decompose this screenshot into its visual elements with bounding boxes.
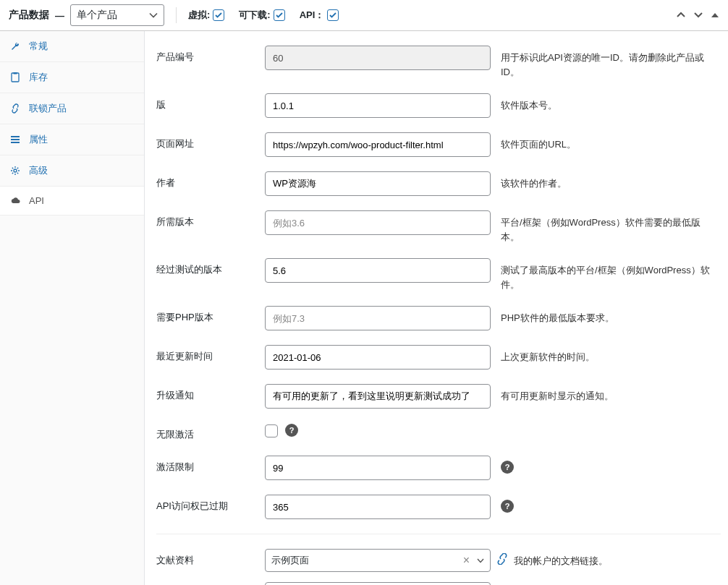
- sidebar-item-advanced[interactable]: 高级: [0, 155, 144, 187]
- sidebar-label: 高级: [29, 164, 48, 177]
- clear-icon[interactable]: ×: [463, 554, 470, 567]
- chevron-down-icon[interactable]: [693, 12, 703, 19]
- label-author: 作者: [156, 171, 265, 189]
- sidebar-item-api[interactable]: API: [0, 187, 144, 215]
- help-icon[interactable]: ?: [285, 424, 298, 437]
- sidebar-item-general[interactable]: 常规: [0, 31, 144, 62]
- link-icon[interactable]: [496, 553, 508, 565]
- label-php-version: 需要PHP版本: [156, 306, 265, 324]
- row-product-id: 产品编号 用于标识此API资源的唯一ID。请勿删除此产品或ID。: [156, 46, 721, 79]
- chevron-down-icon: [477, 558, 484, 563]
- help-tested-version: 测试了最高版本的平台/框架（例如WordPress）软件。: [501, 258, 718, 291]
- help-last-updated: 上次更新软件的时间。: [501, 345, 595, 364]
- panel-toggles: [676, 12, 719, 19]
- checkbox-unlimited-activation[interactable]: [265, 424, 278, 437]
- row-unlimited-activation: 无限激活 ?: [156, 423, 721, 441]
- help-version: 软件版本号。: [501, 93, 557, 113]
- row-upgrade-notice: 升级通知 有可用更新时显示的通知。: [156, 384, 721, 409]
- label-required-version: 所需版本: [156, 210, 265, 229]
- row-description: 描述 示例页面 × 软件说明。: [156, 582, 721, 585]
- section-divider: [156, 534, 721, 534]
- product-type-select[interactable]: 单个产品: [70, 4, 164, 26]
- panel-title: 产品数据: [9, 9, 49, 22]
- svg-rect-1: [14, 72, 17, 74]
- chevron-up-icon[interactable]: [676, 12, 686, 19]
- title-dash: —: [55, 10, 64, 21]
- label-activation-limit: 激活限制: [156, 456, 265, 474]
- row-tested-version: 经过测试的版本 测试了最高版本的平台/框架（例如WordPress）软件。: [156, 258, 721, 291]
- input-upgrade-notice[interactable]: [265, 384, 491, 409]
- chevron-down-icon: [149, 12, 158, 18]
- help-required-version: 平台/框架（例如WordPress）软件需要的最低版本。: [501, 210, 718, 244]
- downloadable-checkbox-label[interactable]: 可下载:: [239, 9, 284, 22]
- downloadable-checkbox[interactable]: [274, 9, 285, 21]
- input-activation-limit[interactable]: [265, 456, 491, 480]
- svg-rect-0: [12, 73, 19, 82]
- help-icon[interactable]: ?: [501, 461, 514, 474]
- clipboard-icon: [10, 72, 22, 82]
- label-upgrade-notice: 升级通知: [156, 384, 265, 402]
- row-version: 版 软件版本号。: [156, 93, 721, 118]
- list-icon: [10, 134, 22, 145]
- help-description: 软件说明。: [514, 582, 561, 585]
- row-required-version: 所需版本 平台/框架（例如WordPress）软件需要的最低版本。: [156, 210, 721, 244]
- label-last-updated: 最近更新时间: [156, 345, 265, 363]
- svg-rect-4: [11, 142, 20, 143]
- input-version[interactable]: [265, 93, 491, 118]
- label-description: 描述: [156, 582, 265, 585]
- help-page-url: 软件页面的URL。: [501, 132, 576, 152]
- input-last-updated[interactable]: [265, 345, 491, 370]
- input-tested-version[interactable]: [265, 258, 491, 283]
- virtual-checkbox-label[interactable]: 虚拟:: [188, 9, 224, 22]
- help-author: 该软件的作者。: [501, 171, 567, 191]
- product-data-header: 产品数据 — 单个产品 虚拟: 可下载: API：: [0, 0, 728, 31]
- link-icon: [10, 103, 22, 114]
- sidebar-label: API: [29, 195, 44, 206]
- select-description[interactable]: 示例页面 ×: [265, 582, 491, 585]
- api-checkbox-label[interactable]: API：: [300, 9, 339, 22]
- sidebar-item-inventory[interactable]: 库存: [0, 62, 144, 93]
- label-api-expire: API访问权已过期: [156, 495, 265, 513]
- help-php-version: PHP软件的最低版本要求。: [501, 306, 614, 325]
- row-activation-limit: 激活限制 ?: [156, 456, 721, 480]
- row-documentation: 文献资料 示例页面 × 我的帐户的文档链接。: [156, 549, 721, 572]
- row-author: 作者 该软件的作者。: [156, 171, 721, 196]
- product-type-value: 单个产品: [77, 9, 117, 22]
- help-product-id: 用于标识此API资源的唯一ID。请勿删除此产品或ID。: [501, 46, 718, 79]
- svg-rect-2: [11, 136, 20, 137]
- input-product-id[interactable]: [265, 46, 491, 70]
- select-value: 示例页面: [271, 554, 309, 567]
- api-label: API：: [300, 9, 325, 22]
- help-upgrade-notice: 有可用更新时显示的通知。: [501, 384, 614, 403]
- virtual-checkbox[interactable]: [213, 9, 224, 21]
- label-product-id: 产品编号: [156, 46, 265, 64]
- row-last-updated: 最近更新时间 上次更新软件的时间。: [156, 345, 721, 370]
- header-checkbox-group: 虚拟: 可下载: API：: [188, 9, 339, 22]
- row-php-version: 需要PHP版本 PHP软件的最低版本要求。: [156, 306, 721, 330]
- select-documentation[interactable]: 示例页面 ×: [265, 549, 491, 572]
- input-page-url[interactable]: [265, 132, 491, 157]
- gear-icon: [10, 166, 22, 176]
- wrench-icon: [10, 41, 22, 51]
- label-unlimited-activation: 无限激活: [156, 423, 265, 441]
- help-documentation: 我的帐户的文档链接。: [514, 549, 608, 568]
- cloud-icon: [10, 196, 22, 206]
- sidebar-item-attributes[interactable]: 属性: [0, 124, 144, 155]
- row-api-expire: API访问权已过期 ?: [156, 495, 721, 519]
- virtual-label: 虚拟:: [188, 9, 210, 22]
- input-api-expire[interactable]: [265, 495, 491, 519]
- svg-point-5: [14, 169, 17, 172]
- sidebar-label: 库存: [29, 71, 48, 84]
- svg-rect-3: [11, 139, 20, 140]
- input-required-version[interactable]: [265, 210, 491, 235]
- input-php-version[interactable]: [265, 306, 491, 330]
- downloadable-label: 可下载:: [239, 9, 270, 22]
- caret-up-icon[interactable]: [711, 12, 719, 19]
- help-icon[interactable]: ?: [501, 500, 514, 513]
- row-page-url: 页面网址 软件页面的URL。: [156, 132, 721, 157]
- sidebar-item-linked[interactable]: 联锁产品: [0, 93, 144, 124]
- api-checkbox[interactable]: [327, 9, 339, 21]
- label-version: 版: [156, 93, 265, 111]
- sidebar-label: 属性: [29, 133, 48, 146]
- input-author[interactable]: [265, 171, 491, 196]
